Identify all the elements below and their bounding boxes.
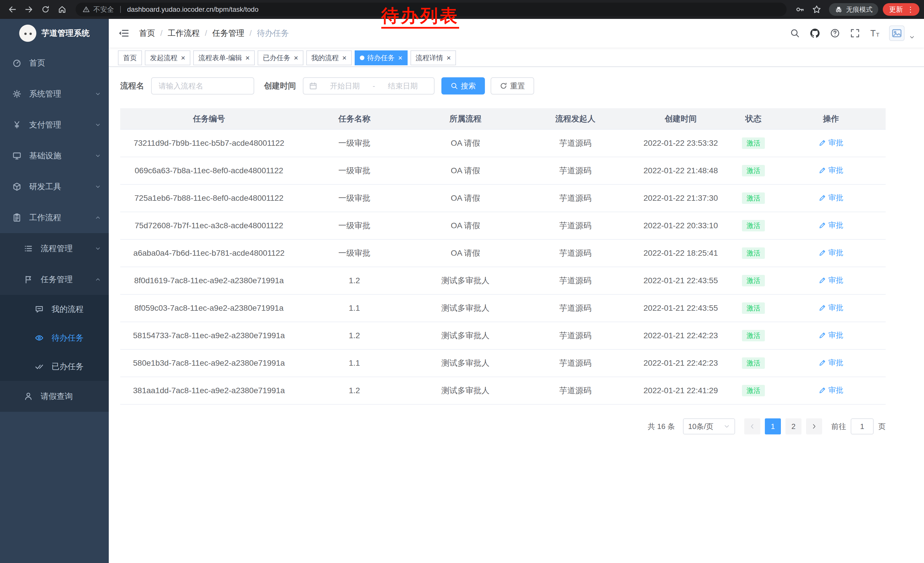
approve-link[interactable]: 审批 xyxy=(819,248,843,258)
forward-button[interactable] xyxy=(21,2,37,17)
tab-start-process[interactable]: 发起流程× xyxy=(145,50,190,65)
approve-link[interactable]: 审批 xyxy=(819,330,843,340)
edit-icon xyxy=(819,194,826,201)
sidebar-item-process-manage[interactable]: 流程管理 xyxy=(0,233,109,264)
approve-link[interactable]: 审批 xyxy=(819,275,843,285)
chevron-up-icon xyxy=(95,277,101,282)
goto-page-input[interactable] xyxy=(851,418,874,434)
sidebar-item-workflow[interactable]: 工作流程 xyxy=(0,202,109,233)
tab-my-process[interactable]: 我的流程× xyxy=(306,50,352,65)
sidebar-item-devtools[interactable]: 研发工具 xyxy=(0,171,109,202)
sidebar-item-home[interactable]: 首页 xyxy=(0,48,109,78)
app-logo[interactable]: 芋道管理系统 xyxy=(0,19,109,48)
update-button[interactable]: 更新 ⋮ xyxy=(883,3,920,16)
approve-link[interactable]: 审批 xyxy=(819,165,843,175)
tab-close-icon[interactable]: × xyxy=(342,54,346,62)
help-icon[interactable] xyxy=(826,25,843,42)
cell-task-id: 069c6a63-7b8a-11ec-8ef0-acde48001122 xyxy=(120,157,298,185)
tab-close-icon[interactable]: × xyxy=(447,54,451,62)
tab-form-edit[interactable]: 流程表单-编辑× xyxy=(193,50,255,65)
breadcrumb-task-manage[interactable]: 任务管理 xyxy=(212,28,244,39)
approve-link[interactable]: 审批 xyxy=(819,358,843,368)
edit-icon xyxy=(819,249,826,257)
breadcrumb-home[interactable]: 首页 xyxy=(139,28,155,39)
avatar-chevron-down-icon[interactable] xyxy=(909,35,915,40)
sidebar-item-leave-query[interactable]: 请假查询 xyxy=(0,381,109,412)
tab-close-icon[interactable]: × xyxy=(294,54,298,62)
cell-created-time: 2022-01-22 20:33:10 xyxy=(631,212,730,239)
process-name-input[interactable] xyxy=(151,77,254,95)
breadcrumb-separator: / xyxy=(205,29,207,38)
status-badge: 激活 xyxy=(742,357,765,369)
avatar[interactable] xyxy=(889,26,904,41)
annotation-text: 待办列表 xyxy=(381,5,459,29)
page-buttons: 12 xyxy=(765,418,801,434)
todo-task-icon xyxy=(34,333,44,343)
back-button[interactable] xyxy=(4,2,20,17)
tab-label: 首页 xyxy=(123,53,137,62)
approve-link[interactable]: 审批 xyxy=(819,303,843,313)
breadcrumb-workflow[interactable]: 工作流程 xyxy=(168,28,200,39)
approve-link[interactable]: 审批 xyxy=(819,220,843,230)
tab-todo-tasks[interactable]: 待办任务× xyxy=(355,50,408,65)
search-button[interactable]: 搜索 xyxy=(441,77,485,95)
status-badge: 激活 xyxy=(742,220,765,231)
chevron-down-icon xyxy=(95,122,101,128)
status-badge: 激活 xyxy=(742,302,765,314)
page-button-1[interactable]: 1 xyxy=(765,418,781,434)
search-button-label: 搜索 xyxy=(461,81,476,91)
cell-task-name: 一级审批 xyxy=(298,212,411,239)
cell-initiator: 芋道源码 xyxy=(520,212,631,239)
table-row: 8f059c03-7ac8-11ec-a9e2-a2380e71991a1.1测… xyxy=(120,294,886,322)
tab-close-icon[interactable]: × xyxy=(398,54,402,62)
sidebar-item-todo-task[interactable]: 待办任务 xyxy=(0,324,109,352)
sidebar-item-infrastructure[interactable]: 基础设施 xyxy=(0,140,109,171)
page-size-select[interactable]: 10条/页 xyxy=(683,418,735,434)
sidebar-item-system[interactable]: 系统管理 xyxy=(0,78,109,110)
sidebar-item-my-process[interactable]: 我的流程 xyxy=(0,295,109,324)
menu-dots-icon[interactable]: ⋮ xyxy=(907,5,914,14)
table-header-row: 任务编号任务名称所属流程流程发起人创建时间状态操作 xyxy=(120,108,886,129)
table-row: 73211d9d-7b9b-11ec-b5b7-acde48001122一级审批… xyxy=(120,129,886,157)
cell-task-name: 1.2 xyxy=(298,377,411,404)
prev-page-button[interactable] xyxy=(744,418,760,434)
fullscreen-icon[interactable] xyxy=(847,25,863,42)
sidebar-item-task-manage[interactable]: 任务管理 xyxy=(0,264,109,295)
home-button[interactable] xyxy=(54,2,70,17)
cell-process: 测试多审批人 xyxy=(411,322,520,349)
sidebar-item-done-task[interactable]: 已办任务 xyxy=(0,352,109,381)
workflow-icon xyxy=(12,213,22,222)
sidebar-item-payment[interactable]: 支付管理 xyxy=(0,110,109,140)
font-size-icon[interactable]: TT xyxy=(867,25,884,42)
cell-task-id: a6aba0a4-7b6d-11ec-b781-acde48001122 xyxy=(120,239,298,267)
infrastructure-icon xyxy=(12,151,22,161)
tab-process-detail[interactable]: 流程详情× xyxy=(411,50,456,65)
search-icon[interactable] xyxy=(787,25,803,42)
page-button-2[interactable]: 2 xyxy=(786,418,801,434)
column-header: 任务编号 xyxy=(120,108,298,129)
tab-label: 发起流程 xyxy=(150,53,177,62)
process-name-label: 流程名 xyxy=(120,81,144,92)
date-range-picker[interactable]: 开始日期 - 结束日期 xyxy=(303,77,435,95)
approve-link[interactable]: 审批 xyxy=(819,193,843,203)
reload-button[interactable] xyxy=(38,2,53,17)
tab-close-icon[interactable]: × xyxy=(245,54,250,62)
table-row: 75d72608-7b7f-11ec-a3c8-acde48001122一级审批… xyxy=(120,212,886,239)
table-row: a6aba0a4-7b6d-11ec-b781-acde48001122一级审批… xyxy=(120,239,886,267)
tab-done-tasks[interactable]: 已办任务× xyxy=(258,50,303,65)
password-key-icon[interactable] xyxy=(792,2,808,17)
next-page-button[interactable] xyxy=(806,418,822,434)
start-date-placeholder: 开始日期 xyxy=(320,81,370,91)
sidebar-collapse-button[interactable] xyxy=(118,27,130,39)
browser-chrome: 不安全 dashboard.yudao.iocoder.cn/bpm/task/… xyxy=(0,0,924,19)
approve-link[interactable]: 审批 xyxy=(819,385,843,395)
github-icon[interactable] xyxy=(807,25,823,42)
filter-bar: 流程名 创建时间 开始日期 - 结束日期 搜索 重 xyxy=(120,77,912,95)
tab-home[interactable]: 首页 xyxy=(118,50,142,65)
leave-query-icon xyxy=(24,392,33,401)
tab-close-icon[interactable]: × xyxy=(181,54,185,62)
cell-initiator: 芋道源码 xyxy=(520,267,631,294)
approve-link[interactable]: 审批 xyxy=(819,138,843,148)
bookmark-star-icon[interactable] xyxy=(809,2,824,17)
reset-button[interactable]: 重置 xyxy=(490,77,534,95)
